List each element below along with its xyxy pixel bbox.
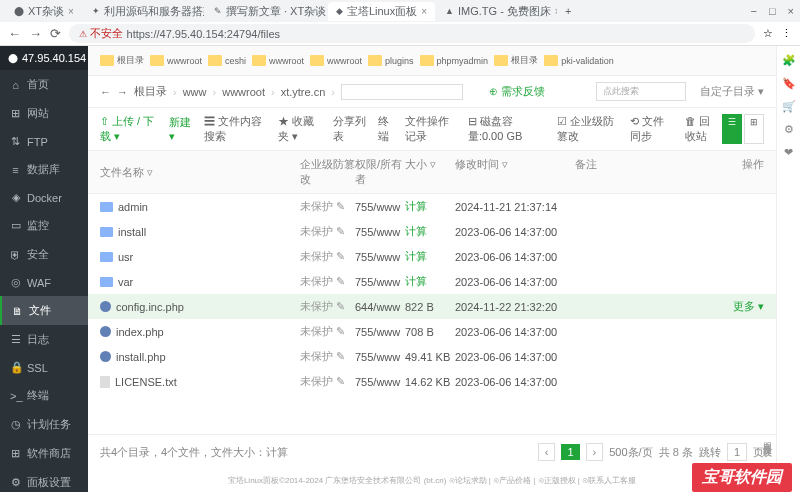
permission[interactable]: 644/www bbox=[355, 301, 405, 313]
security-status[interactable]: 未保护 ✎ bbox=[300, 224, 355, 239]
security-status[interactable]: 未保护 ✎ bbox=[300, 249, 355, 264]
bc-root[interactable]: 根目录 bbox=[134, 84, 167, 99]
file-ops-log-button[interactable]: 文件操作记录 bbox=[405, 114, 458, 144]
security-status[interactable]: 未保护 ✎ bbox=[300, 299, 355, 314]
table-row[interactable]: config.inc.php未保护 ✎644/www822 B2024-11-2… bbox=[88, 294, 776, 319]
feedback-sidebar[interactable]: 客服 反馈 建议 bbox=[761, 435, 774, 440]
sidebar-item-首页[interactable]: ⌂首页 bbox=[0, 70, 88, 99]
bookmark-icon[interactable]: ☆ bbox=[763, 27, 773, 40]
sidebar-item-软件商店[interactable]: ⊞软件商店 bbox=[0, 439, 88, 468]
security-status[interactable]: 未保护 ✎ bbox=[300, 274, 355, 289]
rail-icon[interactable]: 🧩 bbox=[782, 54, 796, 67]
security-status[interactable]: 未保护 ✎ bbox=[300, 374, 355, 389]
bc-part[interactable]: wwwroot bbox=[222, 86, 265, 98]
table-row[interactable]: LICENSE.txt未保护 ✎755/www14.62 KB2023-06-0… bbox=[88, 369, 776, 394]
prev-page-button[interactable]: ‹ bbox=[538, 443, 556, 461]
close-icon[interactable]: × bbox=[68, 6, 74, 17]
col-name[interactable]: 文件名称 ▿ bbox=[100, 157, 300, 187]
col-security[interactable]: 企业级防篡改 bbox=[300, 157, 355, 187]
permission[interactable]: 755/www bbox=[355, 351, 405, 363]
sidebar-item-SSL[interactable]: 🔒SSL bbox=[0, 354, 88, 381]
upload-button[interactable]: ⇧ 上传 / 下载 ▾ bbox=[100, 114, 159, 144]
col-permission[interactable]: 权限/所有者 bbox=[355, 157, 405, 187]
file-sync-button[interactable]: ⟲ 文件同步 bbox=[630, 114, 675, 144]
perpage-select[interactable]: 500条/页 bbox=[609, 445, 652, 460]
permission[interactable]: 755/www bbox=[355, 226, 405, 238]
rail-icon[interactable]: 🔖 bbox=[782, 77, 796, 90]
minimize-button[interactable]: − bbox=[750, 5, 756, 17]
forward-button[interactable]: → bbox=[29, 26, 42, 41]
sidebar-item-监控[interactable]: ▭监控 bbox=[0, 211, 88, 240]
file-size[interactable]: 计算 bbox=[405, 274, 455, 289]
sidebar-item-WAF[interactable]: ◎WAF bbox=[0, 269, 88, 296]
sidebar-item-Docker[interactable]: ◈Docker bbox=[0, 184, 88, 211]
security-status[interactable]: 未保护 ✎ bbox=[300, 349, 355, 364]
file-size[interactable]: 计算 bbox=[405, 199, 455, 214]
share-list-button[interactable]: 分享列表 bbox=[333, 114, 368, 144]
table-row[interactable]: index.php未保护 ✎755/www708 B2023-06-06 14:… bbox=[88, 319, 776, 344]
subdir-dropdown[interactable]: 自定子目录 ▾ bbox=[700, 84, 764, 99]
new-button[interactable]: 新建 ▾ bbox=[169, 115, 194, 143]
content-search-button[interactable]: ☰ 文件内容搜索 bbox=[204, 114, 268, 144]
table-row[interactable]: admin未保护 ✎755/www计算2024-11-21 21:37:14 bbox=[88, 194, 776, 219]
browser-tab[interactable]: ▲ IMG.TG - 免费图床 × bbox=[437, 2, 557, 21]
favorites-button[interactable]: ★ 收藏夹 ▾ bbox=[278, 114, 323, 144]
reload-button[interactable]: ⟳ bbox=[50, 26, 61, 41]
new-tab-button[interactable]: + bbox=[559, 5, 577, 17]
quick-folder[interactable]: 根目录 bbox=[100, 54, 144, 67]
quick-folder[interactable]: 根目录 bbox=[494, 54, 538, 67]
next-page-button[interactable]: › bbox=[586, 443, 604, 461]
rail-icon[interactable]: 🛒 bbox=[782, 100, 796, 113]
col-size[interactable]: 大小 ▿ bbox=[405, 157, 455, 187]
bc-forward-button[interactable]: → bbox=[117, 86, 128, 98]
browser-tab[interactable]: ✦ 利用源码和服务器搭建一个网站... × bbox=[84, 2, 204, 21]
grid-view-button[interactable]: ⊞ bbox=[744, 114, 764, 144]
sidebar-item-文件[interactable]: 🗎文件 bbox=[0, 296, 88, 325]
sidebar-item-数据库[interactable]: ≡数据库 bbox=[0, 155, 88, 184]
permission[interactable]: 755/www bbox=[355, 326, 405, 338]
maximize-button[interactable]: □ bbox=[769, 5, 776, 17]
rail-icon[interactable]: ❤ bbox=[784, 146, 793, 159]
list-view-button[interactable]: ☰ bbox=[722, 114, 742, 144]
quick-folder[interactable]: wwwroot bbox=[252, 54, 304, 67]
bc-part[interactable]: www bbox=[183, 86, 207, 98]
security-status[interactable]: 未保护 ✎ bbox=[300, 199, 355, 214]
back-button[interactable]: ← bbox=[8, 26, 21, 41]
sidebar-item-面板设置[interactable]: ⚙面板设置 bbox=[0, 468, 88, 497]
permission[interactable]: 755/www bbox=[355, 376, 405, 388]
quick-folder[interactable]: phpmyadmin bbox=[420, 54, 489, 67]
address-bar[interactable]: ⚠ 不安全 https://47.95.40.154:24794/files bbox=[69, 24, 755, 43]
terminal-button[interactable]: 终端 bbox=[378, 114, 396, 144]
quick-folder[interactable]: wwwroot bbox=[310, 54, 362, 67]
recycle-bin-button[interactable]: 🗑 回收站 bbox=[685, 114, 712, 144]
sidebar-item-终端[interactable]: >_终端 bbox=[0, 381, 88, 410]
permission[interactable]: 755/www bbox=[355, 201, 405, 213]
sidebar-item-日志[interactable]: ☰日志 bbox=[0, 325, 88, 354]
tamper-protect-button[interactable]: ☑ 企业级防篡改 bbox=[557, 114, 620, 144]
bc-part[interactable]: xt.ytre.cn bbox=[281, 86, 326, 98]
quick-folder[interactable]: pki-validation bbox=[544, 54, 614, 67]
bc-back-button[interactable]: ← bbox=[100, 86, 111, 98]
sidebar-item-FTP[interactable]: ⇅FTP bbox=[0, 128, 88, 155]
row-more-button[interactable]: 更多 ▾ bbox=[724, 299, 764, 314]
rail-icon[interactable]: ⚙ bbox=[784, 123, 794, 136]
col-time[interactable]: 修改时间 ▿ bbox=[455, 157, 575, 187]
browser-tab[interactable]: ◆ 宝塔Linux面板 × bbox=[328, 2, 435, 21]
path-input[interactable] bbox=[341, 84, 463, 100]
quick-folder[interactable]: wwwroot bbox=[150, 54, 202, 67]
close-button[interactable]: × bbox=[788, 5, 794, 17]
sidebar-item-计划任务[interactable]: ◷计划任务 bbox=[0, 410, 88, 439]
file-size[interactable]: 计算 bbox=[405, 224, 455, 239]
close-icon[interactable]: × bbox=[555, 6, 557, 17]
jump-input[interactable]: 1 bbox=[727, 443, 747, 461]
permission[interactable]: 755/www bbox=[355, 276, 405, 288]
browser-tab[interactable]: ⬤ XT杂谈 × bbox=[6, 2, 82, 21]
file-size[interactable]: 计算 bbox=[405, 249, 455, 264]
close-icon[interactable]: × bbox=[421, 6, 427, 17]
quick-folder[interactable]: ceshi bbox=[208, 54, 246, 67]
table-row[interactable]: usr未保护 ✎755/www计算2023-06-06 14:37:00 bbox=[88, 244, 776, 269]
sidebar-item-网站[interactable]: ⊞网站 bbox=[0, 99, 88, 128]
permission[interactable]: 755/www bbox=[355, 251, 405, 263]
table-row[interactable]: var未保护 ✎755/www计算2023-06-06 14:37:00 bbox=[88, 269, 776, 294]
security-status[interactable]: 未保护 ✎ bbox=[300, 324, 355, 339]
